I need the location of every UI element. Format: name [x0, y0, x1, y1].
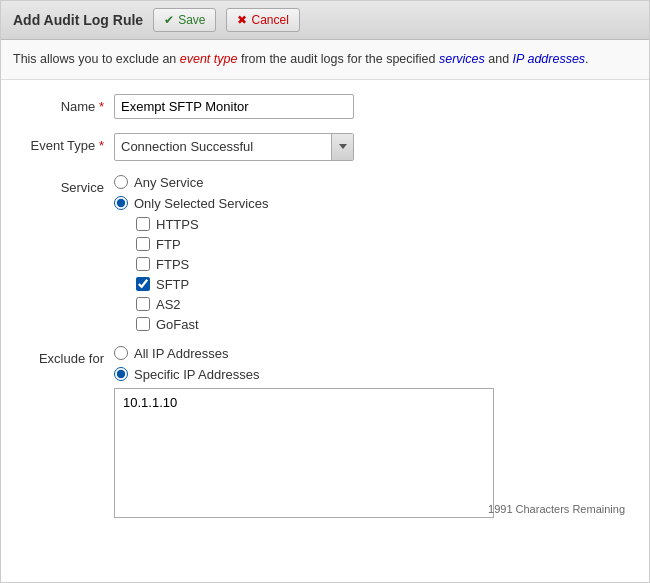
checkmark-icon: ✔	[164, 13, 174, 27]
https-checkbox[interactable]	[136, 217, 150, 231]
event-type-label: Event Type *	[19, 133, 114, 153]
chars-remaining: 1991 Characters Remaining	[488, 503, 625, 515]
service-checkbox-list: HTTPS FTP FTPS SFTP	[136, 217, 631, 332]
event-type-row: Event Type * Connection Successful	[19, 133, 631, 161]
page-title: Add Audit Log Rule	[13, 12, 143, 28]
x-icon: ✖	[237, 13, 247, 27]
ip-addresses-textarea[interactable]: 10.1.1.10	[114, 388, 494, 518]
service-sftp[interactable]: SFTP	[136, 277, 631, 292]
sftp-checkbox[interactable]	[136, 277, 150, 291]
title-bar: Add Audit Log Rule ✔ Save ✖ Cancel	[1, 1, 649, 40]
event-type-select[interactable]: Connection Successful	[114, 133, 354, 161]
exclude-for-label: Exclude for	[19, 346, 114, 366]
ip-textarea-wrapper: 10.1.1.10 1991 Characters Remaining	[114, 388, 631, 521]
service-radio-group: Any Service Only Selected Services	[114, 175, 631, 211]
service-any-option[interactable]: Any Service	[114, 175, 631, 190]
event-type-dropdown-arrow[interactable]	[331, 134, 353, 160]
service-row: Service Any Service Only Selected Servic…	[19, 175, 631, 332]
name-label: Name *	[19, 94, 114, 114]
main-window: Add Audit Log Rule ✔ Save ✖ Cancel This …	[0, 0, 650, 583]
form-body: Name * Event Type * Connection Successfu…	[1, 80, 649, 549]
service-https[interactable]: HTTPS	[136, 217, 631, 232]
cancel-button[interactable]: ✖ Cancel	[226, 8, 299, 32]
service-selected-option[interactable]: Only Selected Services	[114, 196, 631, 211]
description-text: This allows you to exclude an event type…	[1, 40, 649, 80]
save-button[interactable]: ✔ Save	[153, 8, 216, 32]
service-options-wrapper: Any Service Only Selected Services HTTPS	[114, 175, 631, 332]
specific-ip-radio[interactable]	[114, 367, 128, 381]
exclude-all-ip-option[interactable]: All IP Addresses	[114, 346, 631, 361]
service-any-radio[interactable]	[114, 175, 128, 189]
name-field-wrapper	[114, 94, 631, 119]
as2-checkbox[interactable]	[136, 297, 150, 311]
exclude-radio-group: All IP Addresses Specific IP Addresses	[114, 346, 631, 382]
service-ftp[interactable]: FTP	[136, 237, 631, 252]
service-as2[interactable]: AS2	[136, 297, 631, 312]
service-ftps[interactable]: FTPS	[136, 257, 631, 272]
name-row: Name *	[19, 94, 631, 119]
exclude-for-row: Exclude for All IP Addresses Specific IP…	[19, 346, 631, 521]
service-gofast[interactable]: GoFast	[136, 317, 631, 332]
event-type-field-wrapper: Connection Successful	[114, 133, 631, 161]
service-selected-radio[interactable]	[114, 196, 128, 210]
all-ip-radio[interactable]	[114, 346, 128, 360]
name-input[interactable]	[114, 94, 354, 119]
ftp-checkbox[interactable]	[136, 237, 150, 251]
exclude-specific-ip-option[interactable]: Specific IP Addresses	[114, 367, 631, 382]
gofast-checkbox[interactable]	[136, 317, 150, 331]
service-label: Service	[19, 175, 114, 195]
exclude-for-wrapper: All IP Addresses Specific IP Addresses 1…	[114, 346, 631, 521]
ftps-checkbox[interactable]	[136, 257, 150, 271]
